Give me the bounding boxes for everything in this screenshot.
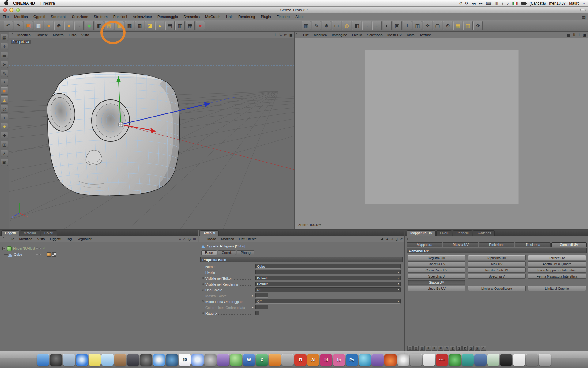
redo-icon[interactable]: ↷	[14, 21, 23, 30]
menubar-user[interactable]: Mauro	[569, 1, 579, 6]
text-tool-icon[interactable]: T	[1, 114, 8, 121]
maximize-view-icon[interactable]: ▣	[289, 33, 293, 37]
stamp-icon[interactable]: ▣	[393, 21, 402, 30]
dock-icon-system-preferences[interactable]	[204, 354, 217, 366]
uv-command-button[interactable]: Ripristina UV	[468, 255, 526, 260]
dock-icon-stickies[interactable]	[89, 354, 101, 366]
objects-menu-item[interactable]: Vista	[35, 237, 47, 241]
uv-mesh-toggle-icon[interactable]: ▦	[453, 21, 462, 30]
tree-row-cubo[interactable]: Cubo	[0, 251, 198, 258]
dock-icon-cd[interactable]	[397, 354, 409, 366]
text-brush-icon[interactable]: T	[403, 21, 412, 30]
tree-item-label[interactable]: Cubo	[14, 253, 22, 256]
spline-icon[interactable]: ≈	[74, 21, 84, 30]
attribute-field[interactable]: ▾ ▸	[255, 270, 401, 274]
grid-small-icon[interactable]: ▤	[165, 21, 175, 30]
attribute-field[interactable]: ▾ ▸	[255, 311, 259, 315]
attribute-field[interactable]: Default ▾ ▸	[255, 282, 401, 286]
undo-icon[interactable]: ↶	[4, 21, 13, 30]
app-menu-item[interactable]: Finestre	[274, 15, 292, 19]
dock-icon-finder[interactable]	[37, 354, 49, 366]
app-menu-item[interactable]: Hair	[223, 15, 236, 19]
editor-visibility-dot[interactable]	[36, 247, 38, 249]
uv-subtab[interactable]: Proiezione	[479, 242, 514, 247]
drag-grip-icon[interactable]	[200, 237, 203, 241]
attribute-tab[interactable]: Coord.	[218, 250, 236, 255]
dock-icon-timemachine[interactable]	[166, 354, 178, 366]
viewport-label[interactable]: Prospettiva	[11, 40, 31, 44]
menubar-clock[interactable]: mer 10.37	[549, 1, 566, 6]
show-uv-points-icon[interactable]: ▥	[413, 346, 419, 351]
pin-neighbors-icon[interactable]: ⊡	[444, 346, 449, 351]
dock-icon-terminal[interactable]	[500, 354, 512, 366]
uv-command-button[interactable]: Specchia U	[408, 274, 466, 279]
status-icon[interactable]: ▥	[495, 1, 498, 6]
mirror-u-icon[interactable]: ◧	[450, 346, 455, 351]
close-window-icon[interactable]	[3, 8, 7, 12]
marquee-tool-icon[interactable]: ▭	[1, 52, 8, 59]
dock-icon-ichat[interactable]	[101, 354, 114, 366]
dock-icon-toast[interactable]	[384, 354, 397, 366]
attributes-panel-tab[interactable]: Attributi	[200, 230, 219, 236]
brush-tool-icon[interactable]: ✎	[1, 70, 8, 77]
uvw-tag-icon[interactable]	[52, 252, 56, 257]
record-icon[interactable]: ●	[196, 21, 205, 30]
projection-paint-icon[interactable]: ▧	[302, 21, 311, 30]
show-uv-mesh-icon[interactable]: ▤	[407, 346, 413, 351]
viewport-menu-item[interactable]: Vista	[79, 33, 91, 37]
uv-command-button[interactable]: Max UV	[468, 261, 526, 266]
uv-command-button[interactable]: Limita al Quadrilatero	[468, 286, 526, 291]
dock-icon-itunes[interactable]	[153, 354, 165, 366]
pan-view-icon[interactable]: ✛	[578, 33, 581, 37]
dock-icon-ical[interactable]: 20	[179, 354, 191, 366]
battery-status[interactable]: (Caricata)	[530, 1, 546, 6]
status-icon[interactable]: ᛒ	[501, 1, 503, 6]
app-menu-item[interactable]: Personaggio	[155, 15, 181, 19]
coordinates-icon[interactable]: ⊕	[54, 21, 63, 30]
anim-dot-icon[interactable]	[202, 277, 205, 279]
uv-command-button[interactable]: Terrace UV	[528, 255, 586, 260]
zoom-view-icon[interactable]: ⇅	[573, 33, 576, 37]
dock-icon-textedit[interactable]	[513, 354, 525, 366]
macos-app-name[interactable]: CINEMA 4D	[13, 1, 35, 6]
toolbar-toggle-icon[interactable]	[580, 9, 586, 11]
target-icon[interactable]: ◎	[187, 237, 190, 241]
add-panel-icon[interactable]: ⊞	[193, 237, 196, 241]
attribute-field[interactable]: ▾ ▸	[255, 293, 268, 298]
uv-command-button[interactable]: Registra UV	[408, 255, 466, 260]
uv-panel-tab[interactable]: Swatches	[473, 230, 495, 236]
status-icon[interactable]: ⌨	[486, 1, 491, 6]
dock-icon-excel[interactable]: X	[256, 354, 268, 366]
lambda-tool-icon[interactable]: λ	[1, 150, 8, 157]
tree-row-hypernurbs[interactable]: − HyperNURBS ✓	[0, 245, 198, 251]
home-icon[interactable]: ⌂	[183, 237, 185, 241]
cube-tool-icon[interactable]: ■	[1, 87, 8, 95]
status-icon[interactable]: ▸▸	[479, 1, 483, 6]
app-menu-item[interactable]: File	[0, 15, 11, 19]
enabled-check-icon[interactable]: ✓	[43, 247, 46, 251]
uv-command-button[interactable]: Ferma Mappatura Interattiva	[528, 274, 586, 279]
sponge-icon[interactable]: ◌	[372, 21, 382, 30]
uv-command-button[interactable]: Incolla Punti UV	[468, 267, 526, 273]
attribute-tab[interactable]: Phong	[237, 250, 254, 255]
rotate-view-icon[interactable]: ⟳	[284, 33, 287, 37]
uv-command-button[interactable]: Stacca UV	[408, 280, 466, 285]
app-menu-item[interactable]: Modifica	[11, 15, 31, 19]
spotlight-icon[interactable]: ⌕	[583, 1, 585, 6]
uv-subtab[interactable]: Trasforma	[515, 242, 551, 247]
zoom-window-icon[interactable]	[16, 8, 20, 12]
dock-icon-mail[interactable]	[63, 354, 75, 366]
attribute-field[interactable]: ▾ ▸	[255, 305, 268, 309]
window-titlebar[interactable]: Senza Titolo 2 *	[0, 7, 588, 13]
up-arrow-icon[interactable]: ▲	[386, 237, 389, 241]
hypernurbs-icon[interactable]: ◆	[85, 21, 94, 30]
dock-icon-addressbook[interactable]	[114, 354, 126, 366]
objects-menu-item[interactable]: Tag	[64, 237, 74, 241]
anim-dot-icon[interactable]	[202, 312, 205, 314]
uv-subtab[interactable]: Comandi UV	[551, 242, 587, 247]
dock-icon-utility[interactable]	[410, 354, 422, 366]
crop-icon[interactable]: ▢	[433, 21, 442, 30]
minimize-window-icon[interactable]	[9, 8, 13, 12]
prev-arrow-icon[interactable]: ◀	[380, 237, 383, 241]
lock-icon[interactable]: ▯	[395, 237, 398, 241]
